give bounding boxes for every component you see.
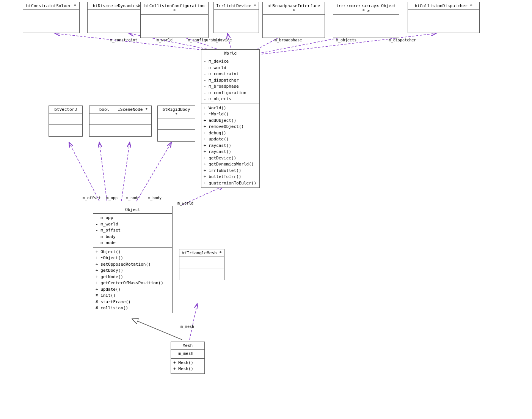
box-btVector3-methods bbox=[49, 125, 82, 136]
svg-line-9 bbox=[99, 142, 107, 201]
box-btConstraintSolver-attrs bbox=[23, 10, 79, 21]
box-btConstraintSolver-methods bbox=[23, 21, 79, 33]
box-IrrlichtDevice-methods bbox=[214, 21, 259, 33]
box-btTriangleMesh: btTriangleMesh * bbox=[179, 249, 224, 280]
box-btBroadphaseInterface-attrs bbox=[263, 15, 325, 26]
box-ISceneNode-methods bbox=[114, 125, 151, 136]
label-m_dispatcher: m_dispatcher bbox=[389, 38, 416, 42]
box-Mesh-title: Mesh bbox=[171, 342, 204, 350]
box-irrCoreArray: irr::core::array< Object * > bbox=[333, 2, 399, 38]
box-Object-methods: + Object() + ~Object() + setOpposedRotat… bbox=[93, 248, 172, 313]
box-World-title: World bbox=[201, 50, 259, 57]
box-btVector3: btVector3 bbox=[49, 106, 83, 137]
box-btRigidBody-title: btRigidBody * bbox=[158, 106, 195, 118]
label-m_mesh: m_mesh bbox=[180, 324, 194, 329]
box-btBroadphaseInterface-methods bbox=[263, 26, 325, 38]
box-btCollisionDispatcher-title: btCollisionDispatcher * bbox=[408, 2, 479, 10]
box-btCollisionDispatcher-attrs bbox=[408, 10, 479, 21]
box-ISceneNode: ISceneNode * bbox=[114, 106, 152, 137]
box-Mesh-attrs: - m_mesh bbox=[171, 350, 204, 359]
box-World-attrs: - m_device - m_world - m_constraint - m_… bbox=[201, 57, 259, 104]
box-irrCoreArray-attrs bbox=[333, 15, 399, 26]
box-btRigidBody: btRigidBody * bbox=[157, 106, 195, 142]
label-m_objects: m_objects bbox=[336, 38, 356, 42]
label-m_world_bottom: m_world bbox=[177, 201, 193, 205]
box-btTriangleMesh-title: btTriangleMesh * bbox=[179, 249, 224, 257]
box-Object-attrs: - m_opp - m_world - m_offset - m_body - … bbox=[93, 214, 172, 248]
box-World: World - m_device - m_world - m_constrain… bbox=[201, 49, 260, 188]
svg-line-13 bbox=[132, 319, 182, 340]
box-btCollisionConfiguration-title: btCollisionConfiguration * bbox=[141, 2, 208, 15]
box-btCollisionConfiguration: btCollisionConfiguration * bbox=[140, 2, 209, 38]
box-btConstraintSolver: btConstraintSolver * bbox=[23, 2, 80, 33]
box-Object: Object - m_opp - m_world - m_offset - m_… bbox=[93, 206, 173, 313]
box-btCollisionConfiguration-methods bbox=[141, 26, 208, 38]
box-IrrlichtDevice-attrs bbox=[214, 10, 259, 21]
box-btCollisionConfiguration-attrs bbox=[141, 15, 208, 26]
box-IrrlichtDevice-title: IrrlichtDevice * bbox=[214, 2, 259, 10]
arrows-svg bbox=[0, 0, 532, 419]
box-btRigidBody-methods bbox=[158, 130, 195, 141]
label-m_world_top: m_world bbox=[157, 38, 173, 42]
box-btRigidBody-attrs bbox=[158, 118, 195, 130]
box-btBroadphaseInterface-title: btBroadphaseInterface * bbox=[263, 2, 325, 15]
box-btBroadphaseInterface: btBroadphaseInterface * bbox=[262, 2, 325, 38]
box-btVector3-attrs bbox=[49, 113, 82, 125]
box-btCollisionDispatcher: btCollisionDispatcher * bbox=[408, 2, 480, 33]
svg-line-4 bbox=[228, 33, 231, 51]
box-irrCoreArray-methods bbox=[333, 26, 399, 38]
box-btVector3-title: btVector3 bbox=[49, 106, 82, 113]
box-Mesh-methods: + Mesh() + Mesh() bbox=[171, 359, 204, 373]
svg-line-14 bbox=[190, 304, 197, 340]
box-Object-title: Object bbox=[93, 206, 172, 214]
label-m_node: m_node bbox=[126, 196, 140, 200]
label-m_broadphase: m_broadphase bbox=[275, 38, 302, 42]
box-ISceneNode-attrs bbox=[114, 113, 151, 125]
svg-line-8 bbox=[69, 142, 99, 201]
box-Mesh: Mesh - m_mesh + Mesh() + Mesh() bbox=[171, 342, 205, 374]
box-ISceneNode-title: ISceneNode * bbox=[114, 106, 151, 113]
box-btConstraintSolver-title: btConstraintSolver * bbox=[23, 2, 79, 10]
label-m_constraint: m_constraint bbox=[110, 38, 137, 42]
box-World-methods: + World() + ~World() + addObject() + rem… bbox=[201, 104, 259, 188]
label-m_opp: m_opp bbox=[106, 196, 118, 200]
box-btTriangleMesh-methods bbox=[179, 268, 224, 280]
box-btTriangleMesh-attrs bbox=[179, 257, 224, 268]
svg-line-10 bbox=[121, 142, 130, 201]
box-irrCoreArray-title: irr::core::array< Object * > bbox=[333, 2, 399, 15]
label-m_device: m_device bbox=[213, 38, 232, 42]
label-m_body: m_body bbox=[148, 196, 162, 200]
box-IrrlichtDevice: IrrlichtDevice * bbox=[213, 2, 259, 33]
box-btCollisionDispatcher-methods bbox=[408, 21, 479, 33]
label-m_offset: m_offset bbox=[83, 196, 101, 200]
svg-line-11 bbox=[137, 142, 171, 201]
diagram-container: btConstraintSolver * btDiscreteDynamicsW… bbox=[0, 0, 532, 419]
